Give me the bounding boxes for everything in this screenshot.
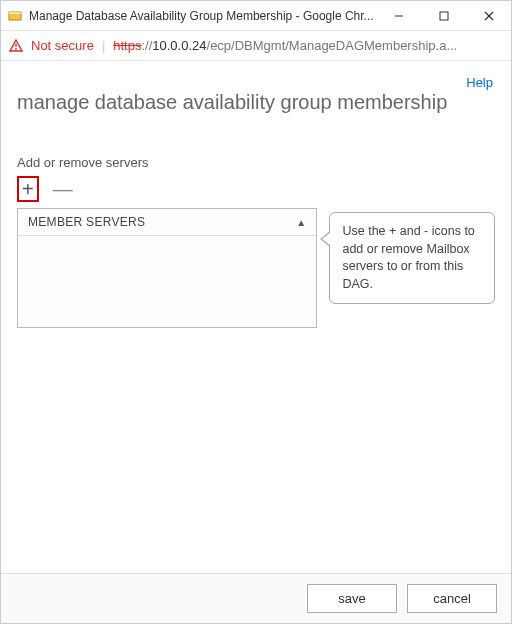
help-link[interactable]: Help [466,75,493,90]
page-title: manage database availability group membe… [17,89,495,115]
page-content: Help manage database availability group … [1,61,511,573]
close-button[interactable] [466,1,511,31]
not-secure-label: Not secure [31,38,94,53]
server-toolbar: + — [17,176,495,202]
maximize-button[interactable] [421,1,466,31]
url-text: https://10.0.0.24/ecp/DBMgmt/ManageDAGMe… [113,38,457,53]
addr-separator: | [102,38,105,53]
titlebar: Manage Database Availability Group Membe… [1,1,511,31]
save-button[interactable]: save [307,584,397,613]
sort-asc-icon: ▲ [296,217,306,228]
url-host: 10.0.0.24 [152,38,206,53]
add-server-button[interactable]: + [17,176,39,202]
url-path: /ecp/DBMgmt/ManageDAGMembership.a... [207,38,458,53]
address-bar[interactable]: Not secure | https://10.0.0.24/ecp/DBMgm… [1,31,511,61]
url-sep: :// [141,38,152,53]
window-title: Manage Database Availability Group Membe… [29,9,376,23]
url-scheme: https [113,38,141,53]
section-label: Add or remove servers [17,155,495,170]
remove-server-button[interactable]: — [49,179,77,199]
plus-icon: + [22,179,34,199]
window-controls [376,1,511,31]
favicon-icon [7,8,23,24]
help-callout: Use the + and - icons to add or remove M… [329,212,495,304]
svg-rect-1 [9,12,21,14]
svg-point-8 [15,48,17,50]
svg-rect-3 [440,12,448,20]
not-secure-icon [9,39,23,53]
cancel-button[interactable]: cancel [407,584,497,613]
grid-header[interactable]: MEMBER SERVERS ▲ [18,209,316,236]
browser-window: Manage Database Availability Group Membe… [0,0,512,624]
member-servers-grid[interactable]: MEMBER SERVERS ▲ [17,208,317,328]
dialog-footer: save cancel [1,573,511,623]
grid-header-label: MEMBER SERVERS [28,215,145,229]
callout-text: Use the + and - icons to add or remove M… [342,224,474,291]
grid-and-callout: MEMBER SERVERS ▲ Use the + and - icons t… [17,208,495,328]
minimize-button[interactable] [376,1,421,31]
minus-icon: — [53,178,73,200]
